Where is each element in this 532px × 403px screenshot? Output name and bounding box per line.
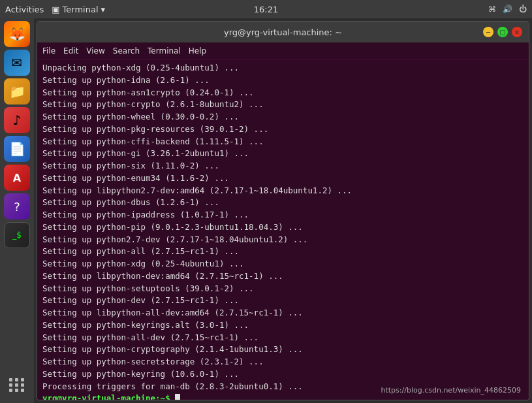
terminal-line: Setting up python-cryptography (2.1.4-1u… [42,344,524,356]
terminal-line: Setting up python-pkg-resources (39.0.1-… [42,123,524,136]
main-content: 🦊 ✉ 📁 ♪ 📄 A ? _$ yrg@yrg-virtual-machine… [0,18,532,403]
system-clock: 16:21 [254,5,278,14]
grid-dots-icon [9,378,25,392]
system-bar: Activities ▣ Terminal ▾ 16:21 ⌘ 🔊 ⏻ [0,0,532,18]
terminal-output[interactable]: Unpacking python-xdg (0.25-4ubuntu1) ...… [37,59,529,400]
application-dock: 🦊 ✉ 📁 ♪ 📄 A ? _$ [0,18,34,403]
terminal-line: Setting up python-keyring (10.6.0-1) ... [42,368,524,381]
system-bar-left: Activities ▣ Terminal ▾ [5,5,105,14]
terminal-window: yrg@yrg-virtual-machine: ~ ─ □ ✕ File Ed… [37,21,529,400]
firefox-dock-icon[interactable]: 🦊 [4,21,30,47]
terminal-line: Setting up python-gi (3.26.1-2ubuntu1) .… [42,148,524,160]
maximize-button[interactable]: □ [497,27,508,37]
terminal-line: Setting up python2.7-dev (2.7.17-1~18.04… [42,234,524,246]
mail-dock-icon[interactable]: ✉ [4,50,30,76]
terminal-line: Setting up libpython-all-dev:amd64 (2.7.… [42,307,524,319]
terminal-dock-icon[interactable]: _$ [4,222,30,248]
terminal-prompt: yrg@yrg-virtual-machine:~$ [42,393,175,400]
apt-dock-icon[interactable]: A [4,165,30,191]
terminal-line: Setting up python-keyrings.alt (3.0-1) .… [42,319,524,332]
terminal-prompt-line: yrg@yrg-virtual-machine:~$ [42,393,524,400]
menu-help[interactable]: Help [189,46,206,56]
terminal-line: Setting up python-setuptools (39.0.1-2) … [42,283,524,295]
terminal-line: Setting up python-cffi-backend (1.11.5-1… [42,136,524,148]
menu-edit[interactable]: Edit [63,46,78,56]
window-controls: ─ □ ✕ [483,27,522,37]
terminal-line: Setting up python-dev (2.7.15~rc1-1) ... [42,295,524,307]
close-button[interactable]: ✕ [512,27,522,37]
terminal-line: Setting up python-idna (2.6-1) ... [42,74,524,87]
system-tray: ⌘ 🔊 ⏻ [488,5,527,14]
network-icon[interactable]: ⌘ [488,5,496,14]
power-icon[interactable]: ⏻ [519,5,527,14]
terminal-menubar: File Edit View Search Terminal Help [37,42,529,59]
volume-icon[interactable]: 🔊 [503,5,512,14]
terminal-line: Setting up python-secretstorage (2.3.1-2… [42,356,524,368]
terminal-line: Setting up python-six (1.11.0-2) ... [42,160,524,172]
terminal-line: Setting up python-all-dev (2.7.15~rc1-1)… [42,332,524,344]
terminal-line: Setting up python-wheel (0.30.0-0.2) ... [42,111,524,123]
terminal-line: Setting up python-ipaddress (1.0.17-1) .… [42,209,524,221]
terminal-cursor [175,394,180,400]
files-dock-icon[interactable]: 📁 [4,78,30,105]
terminal-line: Setting up libpython-dev:amd64 (2.7.15~r… [42,270,524,283]
terminal-line: Unpacking python-xdg (0.25-4ubuntu1) ... [42,62,524,74]
menu-terminal[interactable]: Terminal [148,46,181,56]
doc-dock-icon[interactable]: 📄 [4,136,30,162]
terminal-line: Setting up python-dbus (1.2.6-1) ... [42,197,524,209]
terminal-line: Setting up python-crypto (2.6.1-8ubuntu2… [42,99,524,111]
terminal-line: Setting up libpython2.7-dev:amd64 (2.7.1… [42,185,524,197]
terminal-line: Setting up python-all (2.7.15~rc1-1) ... [42,246,524,258]
menu-file[interactable]: File [42,46,55,56]
terminal-line: Processing triggers for man-db (2.8.3-2u… [42,381,524,393]
terminal-line: Setting up python-enum34 (1.1.6-2) ... [42,172,524,185]
minimize-button[interactable]: ─ [483,27,493,37]
terminal-titlebar: yrg@yrg-virtual-machine: ~ ─ □ ✕ [37,22,529,42]
terminal-title: yrg@yrg-virtual-machine: ~ [224,27,342,37]
terminal-line: Setting up python-pip (9.0.1-2.3-ubuntu1… [42,221,524,234]
terminal-line: Setting up python-asn1crypto (0.24.0-1) … [42,87,524,99]
app-grid-button[interactable] [4,372,30,398]
terminal-icon-small: ▣ [52,5,59,14]
music-dock-icon[interactable]: ♪ [4,107,30,133]
activities-button[interactable]: Activities [5,5,44,14]
menu-view[interactable]: View [86,46,104,56]
terminal-taskbar-item[interactable]: ▣ Terminal ▾ [52,5,105,14]
menu-search[interactable]: Search [113,46,140,56]
help-dock-icon[interactable]: ? [4,193,30,219]
terminal-line: Setting up python-xdg (0.25-4ubuntu1) ..… [42,258,524,270]
